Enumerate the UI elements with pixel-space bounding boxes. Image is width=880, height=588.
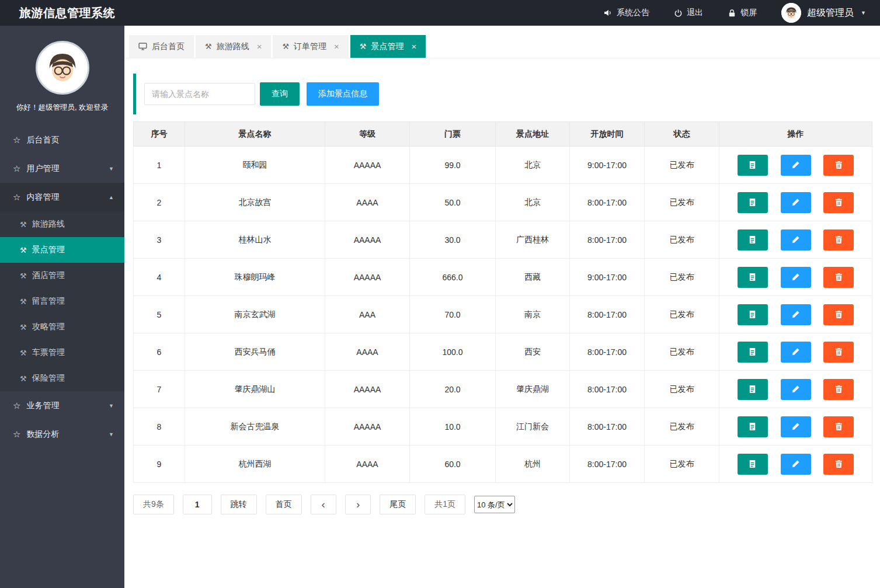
tools-icon: ⚒ — [20, 297, 27, 306]
delete-button[interactable] — [823, 155, 854, 176]
cell-name: 西安兵马俑 — [185, 333, 325, 371]
edit-button[interactable] — [781, 454, 811, 475]
close-icon[interactable]: × — [257, 42, 262, 51]
sub-item-label: 车票管理 — [32, 347, 65, 358]
cell-actions — [719, 446, 872, 483]
cell-actions — [719, 147, 872, 184]
table-row: 9 杭州西湖 AAAA 60.0 杭州 8:00-17:00 已发布 — [134, 446, 872, 483]
announcement-button[interactable]: 系统公告 — [603, 8, 649, 18]
close-icon[interactable]: × — [334, 42, 339, 51]
tab-scenic-spots[interactable]: ⚒ 景点管理 × — [350, 35, 426, 58]
delete-button[interactable] — [823, 192, 854, 213]
edit-button[interactable] — [781, 192, 811, 213]
sidebar-item-content[interactable]: ☆ 内容管理 ▲ — [0, 183, 124, 211]
cell-address: 北京 — [496, 147, 570, 184]
tab-orders[interactable]: ⚒ 订单管理 × — [273, 35, 348, 58]
delete-button[interactable] — [823, 454, 854, 475]
delete-button[interactable] — [823, 416, 854, 437]
cell-address: 西安 — [496, 333, 570, 371]
sidebar-item-users[interactable]: ☆ 用户管理 ▼ — [0, 154, 124, 183]
close-icon[interactable]: × — [412, 42, 417, 51]
delete-button[interactable] — [823, 267, 854, 288]
view-button[interactable] — [738, 304, 768, 325]
sidebar-item-analytics[interactable]: ☆ 数据分析 ▼ — [0, 420, 124, 448]
cell-grade: AAAAA — [325, 371, 410, 408]
cell-grade: AAAAA — [325, 408, 410, 446]
view-button[interactable] — [738, 267, 768, 288]
edit-button[interactable] — [781, 267, 811, 288]
pencil-icon — [791, 310, 800, 319]
tab-home[interactable]: 后台首页 — [129, 35, 194, 58]
sidebar-item-home[interactable]: ☆ 后台首页 — [0, 126, 124, 154]
delete-button[interactable] — [823, 229, 854, 250]
pencil-icon — [791, 422, 800, 431]
tools-icon: ⚒ — [20, 323, 27, 332]
last-page-button[interactable]: 尾页 — [380, 495, 416, 514]
sidebar-item-guides[interactable]: ⚒ 攻略管理 — [0, 314, 124, 340]
file-icon — [748, 235, 757, 244]
page-size-select[interactable]: 10 条/页 — [474, 496, 515, 513]
sidebar-item-messages[interactable]: ⚒ 留言管理 — [0, 288, 124, 314]
chevron-down-icon: ▼ — [109, 403, 114, 409]
sidebar-item-routes[interactable]: ⚒ 旅游路线 — [0, 211, 124, 237]
pencil-icon — [791, 235, 800, 244]
add-scenic-spot-button[interactable]: 添加景点信息 — [307, 82, 379, 106]
view-button[interactable] — [738, 155, 768, 176]
tools-icon: ⚒ — [205, 42, 212, 51]
tab-routes[interactable]: ⚒ 旅游路线 × — [196, 35, 271, 58]
edit-button[interactable] — [781, 229, 811, 250]
sidebar-item-tickets[interactable]: ⚒ 车票管理 — [0, 340, 124, 366]
tools-icon: ⚒ — [360, 42, 367, 51]
cell-name: 肇庆鼎湖山 — [185, 371, 325, 408]
file-icon — [748, 161, 757, 169]
tools-icon: ⚒ — [20, 220, 27, 229]
delete-button[interactable] — [823, 342, 854, 363]
cell-time: 8:00-17:00 — [570, 371, 645, 408]
view-button[interactable] — [738, 454, 768, 475]
side-nav: ☆ 后台首页 ☆ 用户管理 ▼ ☆ 内容管理 ▲ ⚒ 旅游路线 ⚒ 景 — [0, 126, 124, 448]
cell-name: 桂林山水 — [185, 221, 325, 259]
view-button[interactable] — [738, 342, 768, 363]
query-button[interactable]: 查询 — [260, 82, 300, 106]
cell-status: 已发布 — [645, 408, 719, 446]
sidebar-item-insurance[interactable]: ⚒ 保险管理 — [0, 366, 124, 391]
edit-button[interactable] — [781, 342, 811, 363]
cell-no: 3 — [134, 221, 185, 259]
view-button[interactable] — [738, 229, 768, 250]
prev-page-button[interactable]: ‹ — [311, 495, 336, 514]
pencil-icon — [791, 385, 800, 394]
star-icon: ☆ — [13, 135, 20, 145]
view-button[interactable] — [738, 379, 768, 400]
sidebar-item-business[interactable]: ☆ 业务管理 ▼ — [0, 391, 124, 420]
view-button[interactable] — [738, 192, 768, 213]
current-page-input[interactable]: 1 — [183, 495, 212, 514]
table-row: 3 桂林山水 AAAAA 30.0 广西桂林 8:00-17:00 已发布 — [134, 221, 872, 259]
cell-no: 8 — [134, 408, 185, 446]
logout-button[interactable]: 退出 — [674, 8, 703, 18]
jump-button[interactable]: 跳转 — [221, 495, 257, 514]
pencil-icon — [791, 347, 800, 356]
edit-button[interactable] — [781, 304, 811, 325]
sidebar-item-scenic-spots[interactable]: ⚒ 景点管理 — [0, 237, 124, 263]
sidebar-item-hotels[interactable]: ⚒ 酒店管理 — [0, 263, 124, 288]
search-input[interactable] — [144, 83, 255, 105]
view-button[interactable] — [738, 416, 768, 437]
cell-no: 5 — [134, 296, 185, 333]
star-icon: ☆ — [13, 401, 20, 411]
lock-screen-button[interactable]: 锁屏 — [728, 8, 757, 18]
first-page-button[interactable]: 首页 — [266, 495, 302, 514]
next-page-button[interactable]: › — [345, 495, 371, 514]
edit-button[interactable] — [781, 416, 811, 437]
delete-button[interactable] — [823, 304, 854, 325]
cell-ticket: 30.0 — [410, 221, 496, 259]
cell-address: 杭州 — [496, 446, 570, 483]
cell-ticket: 666.0 — [410, 259, 496, 296]
edit-button[interactable] — [781, 379, 811, 400]
cell-name: 杭州西湖 — [185, 446, 325, 483]
edit-button[interactable] — [781, 155, 811, 176]
user-menu[interactable]: 超级管理员 ▼ — [781, 3, 866, 23]
sub-item-label: 留言管理 — [32, 296, 65, 307]
trash-icon — [834, 347, 843, 356]
delete-button[interactable] — [823, 379, 854, 400]
cell-no: 9 — [134, 446, 185, 483]
